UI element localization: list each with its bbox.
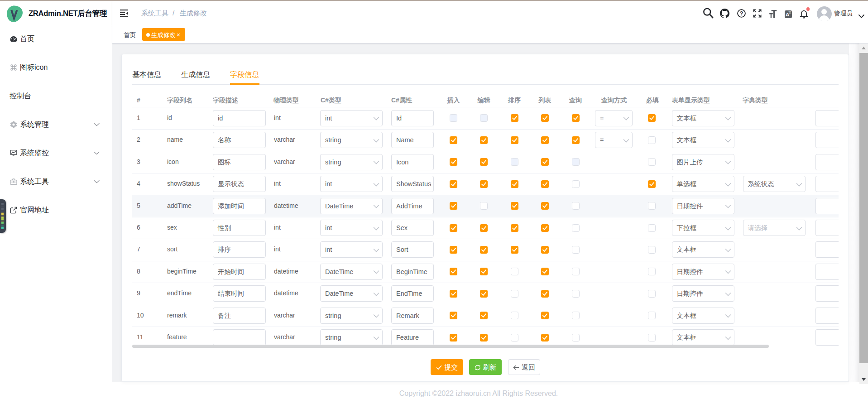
svg-text:?: ? xyxy=(739,10,743,17)
